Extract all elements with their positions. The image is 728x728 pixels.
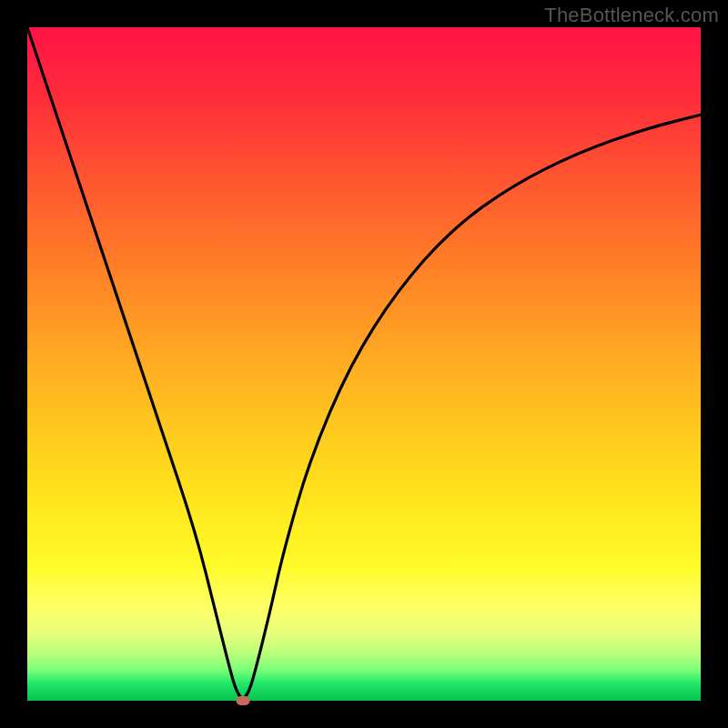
chart-container: TheBottleneck.com <box>0 0 728 728</box>
plot-area <box>27 27 701 701</box>
curve-svg <box>27 27 701 701</box>
bottleneck-curve-path <box>27 27 701 698</box>
attribution-label: TheBottleneck.com <box>544 4 719 27</box>
minimum-marker <box>236 696 249 705</box>
